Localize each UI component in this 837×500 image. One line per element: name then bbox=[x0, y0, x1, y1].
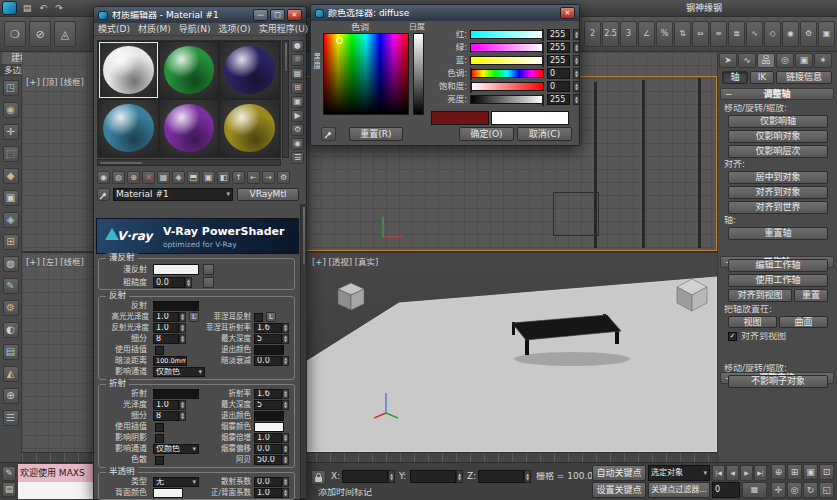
refr-use-interp-checkbox[interactable] bbox=[155, 423, 164, 432]
ik-button[interactable]: IK bbox=[750, 71, 774, 84]
menu-item[interactable]: 实用程序(U) bbox=[259, 25, 309, 34]
affect-channels-dropdown[interactable]: 仅颜色 bbox=[153, 367, 205, 377]
bind-spacewarp-icon[interactable]: ◬ bbox=[54, 21, 76, 47]
fresnel-ior-field[interactable]: 1.6 bbox=[254, 323, 282, 333]
snap-25d-icon[interactable]: 2.5 bbox=[602, 21, 619, 47]
scatter-coeff-field[interactable]: 0.0 bbox=[254, 477, 282, 487]
zoom-all-icon[interactable]: ⊞ bbox=[787, 464, 802, 480]
channel-spinner[interactable] bbox=[573, 29, 580, 40]
fog-multiplier-spinner[interactable] bbox=[282, 433, 289, 443]
undo-icon[interactable]: ↶ bbox=[36, 2, 50, 14]
unlink-selection-icon[interactable]: ⊘ bbox=[29, 21, 51, 47]
ribbon-tool-icon[interactable]: ⊞ bbox=[3, 234, 19, 250]
x-coord-field[interactable] bbox=[342, 470, 388, 483]
y-coord-field[interactable] bbox=[410, 470, 456, 483]
select-link-icon[interactable]: ❍ bbox=[4, 21, 26, 47]
reflection-color-swatch[interactable] bbox=[153, 301, 199, 311]
go-to-start-icon[interactable]: |◀ bbox=[712, 465, 725, 481]
pan-icon[interactable]: ✛ bbox=[771, 482, 786, 498]
reset-color-button[interactable]: 重置(R) bbox=[349, 127, 403, 141]
front-back-coeff-spinner[interactable] bbox=[282, 488, 289, 498]
left-viewport-label[interactable]: [+] [左] [线框] bbox=[26, 258, 84, 267]
affect-shadows-checkbox[interactable] bbox=[155, 434, 164, 443]
refr-exit-color-swatch[interactable] bbox=[254, 411, 284, 421]
align-to-world-button[interactable]: 对齐到世界 bbox=[728, 201, 828, 214]
place-pivot-surface-button[interactable]: 曲面 bbox=[779, 316, 828, 328]
max-depth-spinner[interactable] bbox=[282, 334, 289, 344]
material-toolbar-icon[interactable]: ⚙ bbox=[277, 171, 290, 184]
key-filters-button[interactable]: 关键点过滤器... bbox=[648, 482, 710, 498]
menu-item[interactable]: 选项(O) bbox=[219, 25, 251, 34]
ribbon-tool-icon[interactable]: ▣ bbox=[3, 190, 19, 206]
fog-multiplier-field[interactable]: 1.0 bbox=[254, 433, 282, 443]
material-toolbar-icon[interactable]: ← bbox=[247, 171, 260, 184]
edit-working-pivot-button[interactable]: 编辑工作轴 bbox=[728, 259, 828, 272]
refr-max-depth-spinner[interactable] bbox=[282, 400, 289, 410]
front-back-coeff-field[interactable]: 1.0 bbox=[254, 488, 282, 498]
key-mode-icon[interactable]: ▦ bbox=[742, 482, 767, 498]
slider-knob[interactable] bbox=[470, 68, 472, 80]
roughness-field[interactable]: 0.0 bbox=[153, 277, 185, 288]
fog-bias-spinner[interactable] bbox=[282, 444, 289, 454]
sample-tiling-icon[interactable]: ⊞ bbox=[291, 82, 304, 94]
slider-knob[interactable] bbox=[542, 94, 544, 106]
backlight-icon[interactable]: ☼ bbox=[291, 54, 304, 66]
hilight-gloss-field[interactable]: 1.0 bbox=[153, 312, 179, 322]
abbe-field[interactable]: 50.0 bbox=[254, 455, 282, 465]
exit-color-swatch[interactable] bbox=[254, 345, 284, 355]
viewport-perspective[interactable]: [+] [透视] [真实] z x y bbox=[307, 253, 717, 452]
zoom-region-icon[interactable]: ⊡ bbox=[819, 464, 834, 480]
material-name-dropdown[interactable]: Material #1 bbox=[113, 188, 233, 201]
snap-3d-icon[interactable]: 3 bbox=[620, 21, 637, 47]
modify-tab-icon[interactable]: ∿ bbox=[738, 53, 756, 68]
slider-knob[interactable] bbox=[470, 81, 472, 93]
material-sample-slot[interactable] bbox=[159, 99, 220, 157]
channel-value-field[interactable]: 0 bbox=[547, 81, 570, 92]
use-interp-checkbox[interactable] bbox=[155, 346, 164, 355]
channel-value-field[interactable]: 255 bbox=[547, 94, 570, 105]
subdivs-spinner[interactable] bbox=[179, 334, 186, 344]
fresnel-checkbox[interactable] bbox=[254, 313, 263, 322]
ribbon-tool-icon[interactable]: ✎ bbox=[3, 278, 19, 294]
maxscript-mini-listener[interactable] bbox=[18, 482, 93, 499]
maximize-viewport-icon[interactable]: ◱ bbox=[819, 482, 834, 498]
refl-gloss-field[interactable]: 1.0 bbox=[153, 323, 179, 333]
channel-value-field[interactable]: 255 bbox=[547, 55, 570, 66]
sample-vscrollbar[interactable] bbox=[282, 40, 289, 158]
material-map-navigator-icon[interactable]: ☰ bbox=[291, 152, 304, 164]
redo-icon[interactable]: ↷ bbox=[52, 2, 66, 14]
material-toolbar-icon[interactable]: ⬒ bbox=[187, 171, 200, 184]
ribbon-tool-icon[interactable]: ◈ bbox=[3, 212, 19, 228]
selection-lock-icon[interactable] bbox=[311, 470, 326, 485]
ribbon-tool-icon[interactable]: ◳ bbox=[3, 80, 19, 96]
link-info-button[interactable]: 链接信息 bbox=[776, 71, 832, 84]
material-sample-slot[interactable] bbox=[98, 41, 159, 99]
refr-gloss-spinner[interactable] bbox=[179, 400, 186, 410]
go-to-end-icon[interactable]: ▶| bbox=[754, 465, 767, 481]
previous-frame-icon[interactable]: ◀ bbox=[726, 465, 739, 481]
channel-spinner[interactable] bbox=[573, 81, 580, 92]
key-selection-set-dropdown[interactable]: 选定对象 bbox=[648, 465, 710, 481]
create-tab-icon[interactable]: ➤ bbox=[719, 53, 737, 68]
material-toolbar-icon[interactable]: ▦ bbox=[157, 171, 170, 184]
fresnel-lock-button[interactable]: L bbox=[266, 312, 276, 322]
ribbon-tool-icon[interactable]: ◉ bbox=[3, 102, 19, 118]
spinner-snap-icon[interactable]: ⇅ bbox=[674, 21, 691, 47]
slider-knob[interactable] bbox=[542, 55, 544, 67]
maxscript-open-listener-icon[interactable]: ✎ bbox=[2, 466, 16, 481]
hilight-gloss-spinner[interactable] bbox=[179, 312, 186, 322]
schematic-view-icon[interactable]: ◇ bbox=[764, 21, 781, 47]
channel-slider[interactable] bbox=[470, 69, 544, 78]
refr-subdivs-spinner[interactable] bbox=[179, 411, 186, 421]
menu-item[interactable]: 模式(D) bbox=[98, 25, 130, 34]
zoom-icon[interactable]: ⊕ bbox=[771, 464, 786, 480]
ribbon-tool-icon[interactable]: ⊕ bbox=[3, 388, 19, 404]
ior-field[interactable]: 1.6 bbox=[254, 389, 282, 399]
background-icon[interactable]: ▦ bbox=[291, 68, 304, 80]
material-toolbar-icon[interactable]: ◧ bbox=[217, 171, 230, 184]
material-toolbar-icon[interactable]: ◍ bbox=[112, 171, 125, 184]
parameters-scrollbar[interactable] bbox=[300, 204, 307, 499]
sample-type-icon[interactable]: ● bbox=[291, 40, 304, 52]
zoom-extents-icon[interactable]: ▣ bbox=[803, 464, 818, 480]
channel-slider[interactable] bbox=[470, 95, 544, 104]
